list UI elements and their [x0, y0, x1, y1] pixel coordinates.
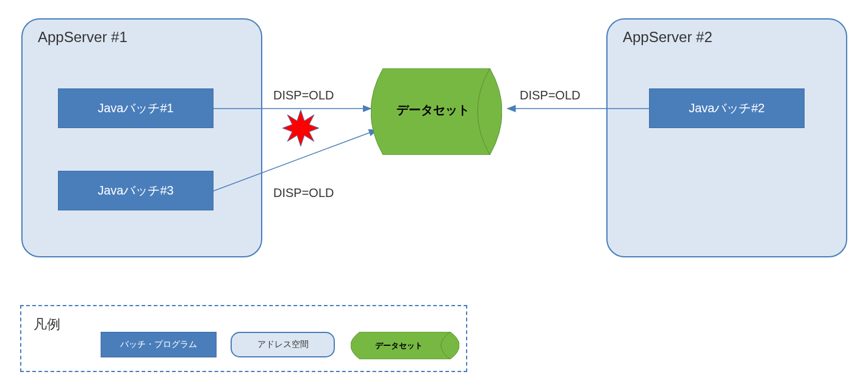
batch-1-label: Javaバッチ#1	[98, 100, 174, 117]
legend-addr-label: アドレス空間	[257, 339, 309, 350]
appserver-1-container: AppServer #1	[21, 18, 262, 257]
appserver-2-title: AppServer #2	[623, 29, 712, 46]
svg-marker-5	[282, 110, 319, 146]
appserver-1-title: AppServer #1	[38, 29, 127, 46]
legend-dataset: データセット	[351, 332, 459, 362]
legend-title: 凡例	[34, 315, 60, 334]
batch-2-box: Javaバッチ#2	[649, 88, 805, 128]
batch-3-box: Javaバッチ#3	[58, 171, 213, 210]
legend-address-space: アドレス空間	[231, 332, 335, 357]
batch-3-label: Javaバッチ#3	[98, 182, 174, 199]
batch-1-box: Javaバッチ#1	[58, 88, 213, 128]
collision-star-icon	[282, 110, 319, 146]
appserver-2-container: AppServer #2	[606, 18, 847, 257]
disp-label-2: DISP=OLD	[520, 88, 580, 102]
legend-batch-program: バッチ・プログラム	[101, 332, 217, 357]
disp-label-1: DISP=OLD	[273, 88, 334, 102]
legend-batch-label: バッチ・プログラム	[120, 339, 197, 350]
legend-box: 凡例 バッチ・プログラム アドレス空間 データセット	[20, 305, 467, 372]
legend-ds-label: データセット	[375, 340, 423, 351]
dataset-cylinder: データセット	[371, 68, 502, 155]
batch-2-label: Javaバッチ#2	[689, 100, 765, 117]
dataset-label: データセット	[396, 102, 470, 118]
disp-label-3: DISP=OLD	[273, 186, 334, 200]
